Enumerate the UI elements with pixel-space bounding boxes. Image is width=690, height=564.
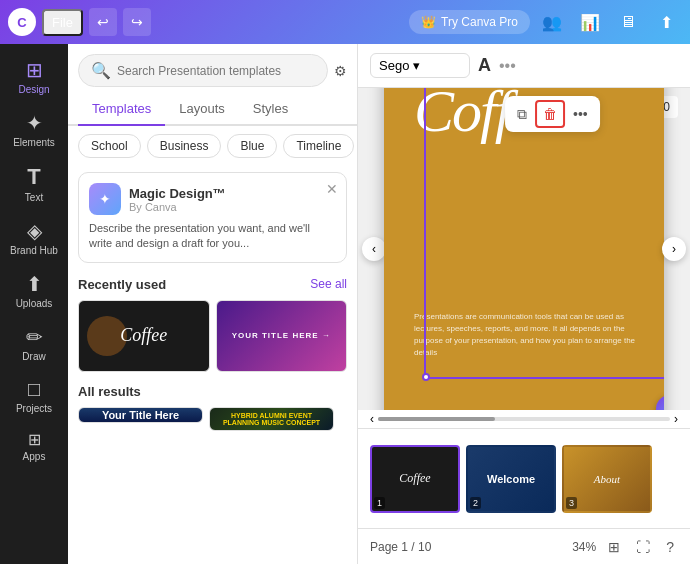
scroll-track bbox=[378, 417, 670, 421]
slide-canvas[interactable]: Coffee Presentations are communication t… bbox=[384, 88, 664, 410]
template-coffee[interactable]: Coffee bbox=[78, 300, 210, 372]
crown-icon: 👑 bbox=[421, 15, 436, 29]
filter-button[interactable]: ⚙ bbox=[334, 63, 347, 79]
sidebar-item-uploads[interactable]: ⬆ Uploads bbox=[5, 266, 63, 315]
thumbnail-1[interactable]: Coffee 1 bbox=[370, 445, 460, 513]
share-people-button[interactable]: 👥 bbox=[536, 6, 568, 38]
sidebar-item-design[interactable]: ⊞ Design bbox=[5, 52, 63, 101]
help-button[interactable]: ? bbox=[662, 537, 678, 557]
chip-school[interactable]: School bbox=[78, 134, 141, 158]
apps-icon: ⊞ bbox=[28, 430, 41, 449]
sidebar-item-projects[interactable]: □ Projects bbox=[5, 372, 63, 420]
recently-used-grid: Coffee YOUR TITLE HERE → bbox=[68, 296, 357, 376]
present-button[interactable]: 🖥 bbox=[612, 6, 644, 38]
all-results-grid: Your Title Here HYBRID ALUMNI EVENT PLAN… bbox=[68, 403, 357, 435]
scroll-indicator: ‹ › bbox=[358, 410, 690, 428]
recently-used-title: Recently used bbox=[78, 277, 166, 292]
magic-close-button[interactable]: ✕ bbox=[326, 181, 338, 197]
projects-icon: □ bbox=[28, 378, 40, 401]
sidebar-item-draw[interactable]: ✏ Draw bbox=[5, 319, 63, 368]
draw-icon: ✏ bbox=[26, 325, 43, 349]
magic-description: Describe the presentation you want, and … bbox=[89, 221, 336, 252]
floating-toolbar: ⧉ 🗑 ••• bbox=[505, 96, 600, 132]
text-icon: T bbox=[27, 164, 40, 190]
panel-search: 🔍 ⚙ bbox=[68, 44, 357, 93]
magic-design-card: ✕ ✦ Magic Design™ By Canva Describe the … bbox=[78, 172, 347, 263]
search-icon: 🔍 bbox=[91, 61, 111, 80]
canva-logo: C bbox=[8, 8, 36, 36]
templates-panel: 🔍 ⚙ Templates Layouts Styles School Busi… bbox=[68, 44, 358, 564]
tab-layouts[interactable]: Layouts bbox=[165, 93, 239, 126]
design-icon: ⊞ bbox=[26, 58, 43, 82]
delete-button[interactable]: 🗑 bbox=[535, 100, 565, 128]
template-your-title[interactable]: YOUR TITLE HERE → bbox=[216, 300, 348, 372]
magic-icon: ✦ bbox=[89, 183, 121, 215]
ai-button[interactable]: ✦ bbox=[656, 395, 664, 410]
canvas-toolbar: Sego ▾ A ••• bbox=[358, 44, 690, 88]
search-box: 🔍 bbox=[78, 54, 328, 87]
result-blue-title[interactable]: Your Title Here bbox=[78, 407, 203, 423]
your-title-text: YOUR TITLE HERE → bbox=[232, 331, 331, 341]
elements-icon: ✦ bbox=[26, 111, 43, 135]
brand-icon: ◈ bbox=[27, 219, 42, 243]
zoom-level: 34% bbox=[572, 540, 596, 554]
magic-title: Magic Design™ bbox=[129, 186, 226, 201]
chip-business[interactable]: Business bbox=[147, 134, 222, 158]
tab-templates[interactable]: Templates bbox=[78, 93, 165, 126]
duplicate-button[interactable]: ⧉ bbox=[511, 102, 533, 127]
main-content: ⊞ Design ✦ Elements T Text ◈ Brand Hub ⬆… bbox=[0, 44, 690, 564]
result-event-planning[interactable]: HYBRID ALUMNI EVENT PLANNING MUSIC CONCE… bbox=[209, 407, 334, 431]
tab-styles[interactable]: Styles bbox=[239, 93, 302, 126]
recently-used-header: Recently used See all bbox=[68, 269, 357, 296]
scroll-thumb bbox=[378, 417, 495, 421]
more-options-button[interactable]: ••• bbox=[499, 57, 516, 75]
thumb-welcome-text: Welcome bbox=[487, 473, 535, 485]
panel-scroll: School Business Blue Timeline › ✕ ✦ Magi… bbox=[68, 126, 357, 564]
canvas-main: ⧉ 🗑 ••• 01/10 ‹ Coffee Presentations are… bbox=[358, 88, 690, 410]
scroll-right-button[interactable]: › bbox=[674, 412, 678, 426]
magic-header: ✦ Magic Design™ By Canva bbox=[89, 183, 336, 215]
chip-timeline[interactable]: Timeline bbox=[283, 134, 354, 158]
sidebar-item-brand-hub[interactable]: ◈ Brand Hub bbox=[5, 213, 63, 262]
more-floating-button[interactable]: ••• bbox=[567, 102, 594, 126]
panel-tabs: Templates Layouts Styles bbox=[68, 93, 357, 126]
see-all-button[interactable]: See all bbox=[310, 277, 347, 291]
prev-slide-button[interactable]: ‹ bbox=[362, 237, 386, 261]
redo-button[interactable]: ↪ bbox=[123, 8, 151, 36]
thumbnail-strip: Coffee 1 Welcome 2 About 3 bbox=[358, 428, 690, 528]
share-button[interactable]: ⬆ bbox=[650, 6, 682, 38]
blue-title-text: Your Title Here bbox=[102, 408, 179, 422]
font-size-indicator: A bbox=[478, 55, 491, 76]
thumbnail-3[interactable]: About 3 bbox=[562, 445, 652, 513]
page-info: Page 1 / 10 bbox=[370, 540, 431, 554]
sidebar-item-apps[interactable]: ⊞ Apps bbox=[5, 424, 63, 468]
grid-view-button[interactable]: ⊞ bbox=[604, 537, 624, 557]
next-slide-button[interactable]: › bbox=[662, 237, 686, 261]
event-title-text: HYBRID ALUMNI EVENT PLANNING MUSIC CONCE… bbox=[214, 412, 329, 426]
sidebar: ⊞ Design ✦ Elements T Text ◈ Brand Hub ⬆… bbox=[0, 44, 68, 564]
magic-subtitle: By Canva bbox=[129, 201, 226, 213]
chip-blue[interactable]: Blue bbox=[227, 134, 277, 158]
topbar: C File ↩ ↪ 👑 Try Canva Pro 👥 📊 🖥 ⬆ bbox=[0, 0, 690, 44]
scroll-left-button[interactable]: ‹ bbox=[370, 412, 374, 426]
all-results-title: All results bbox=[78, 384, 141, 399]
filter-chips: School Business Blue Timeline › bbox=[68, 126, 357, 166]
thumb-about-text: About bbox=[594, 473, 620, 485]
thumb-num-3: 3 bbox=[566, 497, 577, 509]
uploads-icon: ⬆ bbox=[26, 272, 43, 296]
undo-button[interactable]: ↩ bbox=[89, 8, 117, 36]
search-input[interactable] bbox=[117, 64, 315, 78]
canvas-area: Sego ▾ A ••• ⧉ 🗑 ••• 01/10 ‹ bbox=[358, 44, 690, 564]
stats-button[interactable]: 📊 bbox=[574, 6, 606, 38]
status-bar: Page 1 / 10 34% ⊞ ⛶ ? bbox=[358, 528, 690, 564]
sidebar-item-text[interactable]: T Text bbox=[5, 158, 63, 209]
thumb-num-2: 2 bbox=[470, 497, 481, 509]
font-selector[interactable]: Sego ▾ bbox=[370, 53, 470, 78]
try-pro-button[interactable]: 👑 Try Canva Pro bbox=[409, 10, 530, 34]
file-menu-button[interactable]: File bbox=[42, 9, 83, 36]
fullscreen-button[interactable]: ⛶ bbox=[632, 537, 654, 557]
all-results-header: All results bbox=[68, 376, 357, 403]
sidebar-item-elements[interactable]: ✦ Elements bbox=[5, 105, 63, 154]
slide-description: Presentations are communication tools th… bbox=[414, 311, 644, 359]
thumbnail-2[interactable]: Welcome 2 bbox=[466, 445, 556, 513]
